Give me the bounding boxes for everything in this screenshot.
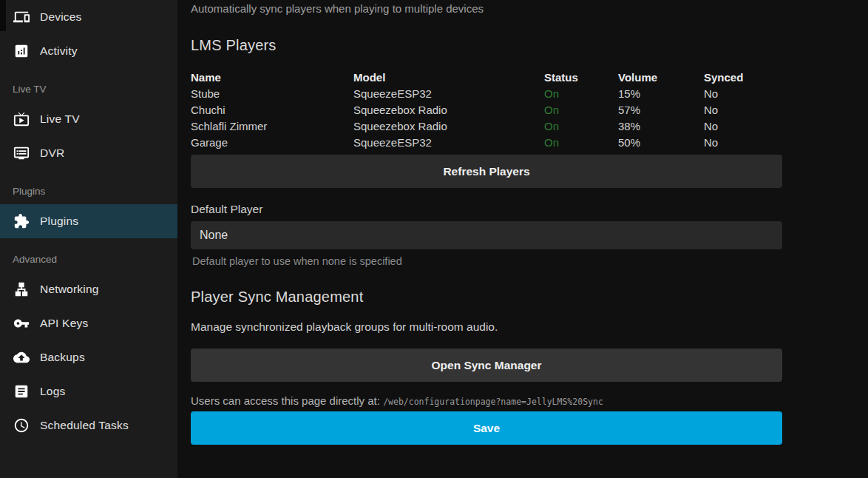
sidebar-item-label: Plugins [40, 215, 78, 228]
sidebar-section-live-tv: Live TV [0, 75, 177, 102]
live-tv-icon [13, 110, 30, 128]
sidebar-item-label: DVR [40, 147, 64, 160]
auto-sync-description: Automatically sync players when playing … [191, 1, 782, 16]
sidebar-item-label: Scheduled Tasks [40, 419, 129, 432]
sidebar-item-label: Backups [40, 351, 85, 364]
player-model: Squeezebox Radio [353, 118, 544, 135]
player-row: Schlafli ZimmerSqueezebox RadioOn38%No [191, 118, 782, 135]
player-volume: 50% [618, 135, 704, 151]
cloud-backup-icon [13, 349, 30, 366]
players-table: NameModelStatusVolumeSyncedStubeSqueezeE… [191, 70, 782, 151]
sidebar-item-label: Logs [40, 385, 65, 398]
player-volume: 38% [618, 118, 704, 135]
sidebar-section-advanced: Advanced [0, 246, 177, 272]
sidebar-item-scheduled-tasks[interactable]: Scheduled Tasks [0, 408, 177, 442]
activity-icon [13, 42, 30, 60]
key-icon [13, 314, 30, 332]
player-status: On [544, 135, 618, 151]
player-row: ChuchiSqueezebox RadioOn57%No [191, 102, 782, 118]
player-name: Garage [191, 135, 353, 151]
column-header: Name [191, 70, 353, 86]
sidebar-item-api-keys[interactable]: API Keys [0, 306, 177, 340]
default-player-selected-value: None [200, 229, 228, 242]
sidebar-item-backups[interactable]: Backups [0, 340, 177, 374]
player-synced: No [704, 86, 782, 102]
player-name: Schlafli Zimmer [191, 118, 353, 135]
column-header: Volume [618, 70, 704, 86]
devices-icon [13, 8, 30, 26]
default-player-select[interactable]: None [191, 221, 782, 249]
player-model: Squeezebox Radio [353, 102, 544, 118]
open-sync-manager-button[interactable]: Open Sync Manager [191, 349, 782, 382]
player-status: On [544, 102, 618, 118]
sidebar-item-dvr[interactable]: DVR [0, 136, 177, 170]
save-button[interactable]: Save [191, 411, 782, 445]
player-sync-description: Manage synchronized playback groups for … [191, 320, 782, 334]
sidebar-item-label: Devices [40, 10, 82, 24]
default-player-label: Default Player [191, 203, 782, 216]
column-header: Synced [704, 70, 782, 86]
player-sync-title: Player Sync Management [191, 289, 782, 306]
sidebar-section-plugins: Plugins [0, 178, 177, 204]
sidebar-item-plugins[interactable]: Plugins [0, 204, 177, 238]
lms-players-title: LMS Players [191, 37, 782, 54]
players-table-header: NameModelStatusVolumeSynced [191, 70, 782, 86]
access-path: /web/configurationpage?name=JellyLMS%20S… [383, 397, 603, 407]
sidebar-item-activity[interactable]: Activity [0, 34, 177, 68]
main-content: Automatically sync players when playing … [177, 0, 868, 478]
player-name: Stube [191, 86, 353, 102]
player-status: On [544, 118, 618, 135]
player-status: On [544, 86, 618, 102]
column-header: Status [544, 70, 618, 86]
player-synced: No [704, 135, 782, 151]
player-name: Chuchi [191, 102, 353, 118]
puzzle-icon [13, 212, 30, 230]
dvr-icon [13, 144, 30, 162]
player-row: GarageSqueezeESP32On50%No [191, 135, 782, 151]
sidebar-item-live-tv[interactable]: Live TV [0, 102, 177, 136]
clock-icon [13, 417, 30, 434]
sidebar-item-label: API Keys [40, 317, 88, 330]
column-header: Model [353, 70, 544, 86]
default-player-help: Default player to use when none is speci… [191, 255, 782, 267]
sidebar-item-logs[interactable]: Logs [0, 374, 177, 408]
player-volume: 15% [618, 86, 704, 102]
player-volume: 57% [618, 102, 704, 118]
sidebar-item-devices[interactable]: Devices [0, 0, 177, 34]
access-note-text: Users can access this page directly at: [191, 394, 380, 407]
player-row: StubeSqueezeESP32On15%No [191, 86, 782, 102]
player-synced: No [704, 118, 782, 135]
sidebar-item-label: Live TV [40, 112, 80, 126]
sidebar-scrollbar-track [0, 0, 6, 31]
logs-icon [13, 383, 30, 400]
player-synced: No [704, 102, 782, 118]
access-note: Users can access this page directly at: … [191, 394, 782, 407]
networking-icon [13, 280, 30, 298]
sidebar-nav: DevicesActivityLive TVLive TVDVRPluginsP… [0, 0, 177, 442]
sidebar-item-networking[interactable]: Networking [0, 272, 177, 306]
refresh-players-button[interactable]: Refresh Players [191, 155, 782, 188]
sidebar-item-label: Networking [40, 283, 99, 296]
sidebar-item-label: Activity [40, 44, 78, 58]
sidebar: DevicesActivityLive TVLive TVDVRPluginsP… [0, 0, 177, 478]
player-model: SqueezeESP32 [353, 135, 544, 151]
player-model: SqueezeESP32 [353, 86, 544, 102]
